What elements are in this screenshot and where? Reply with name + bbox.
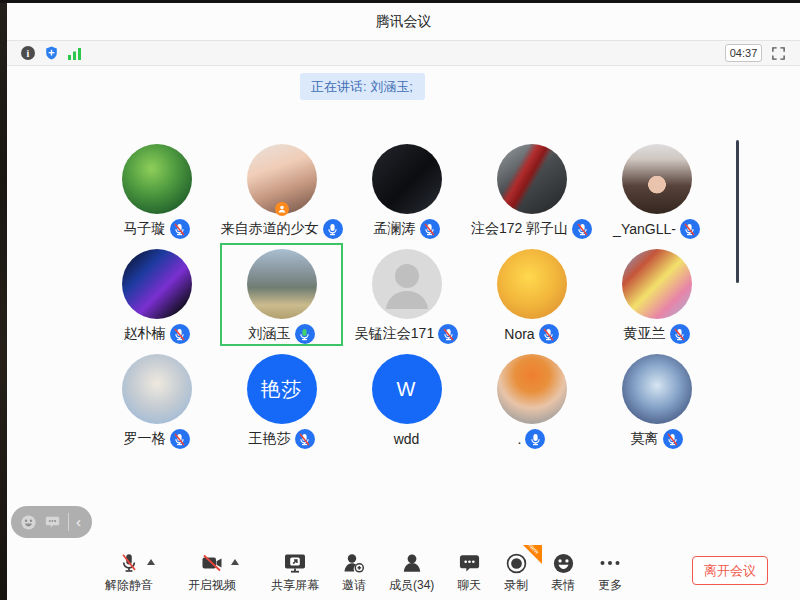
- participant-name: 赵朴楠: [124, 325, 166, 343]
- mic-status-icon: [170, 219, 190, 239]
- participant-name: 刘涵玉: [249, 325, 291, 343]
- participant-name: .: [518, 431, 522, 447]
- participant-name-row: 注会172 郭子山: [471, 218, 592, 240]
- mic-status-icon: [680, 219, 700, 239]
- mic-status-icon: [170, 324, 190, 344]
- participant-tile[interactable]: 吴锰注会171: [344, 242, 469, 347]
- desktop-edge-strip: [0, 0, 7, 600]
- leave-meeting-button[interactable]: 离开会议: [692, 556, 768, 585]
- participant-name: 黄亚兰: [624, 325, 666, 343]
- video-options-caret[interactable]: [231, 559, 239, 565]
- mic-options-caret[interactable]: [147, 559, 155, 565]
- participant-tile[interactable]: 马子璇: [94, 137, 219, 242]
- participant-avatar: [622, 144, 692, 214]
- host-badge-icon: [275, 202, 289, 216]
- members-button[interactable]: 成员(34): [389, 551, 434, 594]
- participant-tile[interactable]: 赵朴楠: [94, 242, 219, 347]
- avatar-initials: 艳莎: [261, 376, 303, 403]
- mic-status-icon: [420, 219, 440, 239]
- participant-name: 马子璇: [124, 220, 166, 238]
- participant-avatar: W: [372, 354, 442, 424]
- participant-name-row: 来自赤道的少女: [221, 218, 343, 240]
- participant-avatar: [372, 249, 442, 319]
- participant-name-row: Nora: [504, 323, 558, 345]
- share-screen-button[interactable]: 共享屏幕: [271, 551, 319, 594]
- participant-tile[interactable]: 罗一格: [94, 347, 219, 452]
- participant-tile[interactable]: .: [469, 347, 594, 452]
- participant-avatar: [122, 354, 192, 424]
- security-shield-icon[interactable]: [44, 45, 59, 61]
- participant-grid: 马子璇: [94, 137, 722, 452]
- participant-name: 来自赤道的少女: [221, 220, 319, 238]
- start-video-button[interactable]: 开启视频: [188, 551, 236, 594]
- participant-tile[interactable]: _YanGLL-: [594, 137, 719, 242]
- participant-name-row: 罗一格: [124, 428, 190, 450]
- emoji-reaction-icon[interactable]: [20, 514, 37, 531]
- participant-avatar: [622, 249, 692, 319]
- members-icon: [400, 551, 424, 575]
- participant-tile[interactable]: 黄亚兰: [594, 242, 719, 347]
- emoji-button[interactable]: 表情: [551, 551, 575, 594]
- participant-tile[interactable]: 注会172 郭子山: [469, 137, 594, 242]
- page-title: 腾讯会议: [376, 13, 432, 31]
- participant-avatar: [372, 144, 442, 214]
- participant-name: 莫离: [631, 430, 659, 448]
- more-button[interactable]: 更多: [598, 551, 622, 594]
- toolbar-items: 解除静音 开启视频: [105, 551, 622, 594]
- mic-status-icon: [295, 324, 315, 344]
- invite-button[interactable]: 邀请: [342, 551, 366, 594]
- participant-name: 吴锰注会171: [355, 325, 434, 343]
- chat-button[interactable]: 聊天: [457, 551, 481, 594]
- participant-name-row: 孟澜涛: [374, 218, 440, 240]
- participant-avatar: [497, 354, 567, 424]
- status-left-group: i: [21, 45, 82, 61]
- participant-name: 王艳莎: [249, 430, 291, 448]
- collapse-chevron-icon[interactable]: ‹: [76, 514, 83, 531]
- more-dots-icon: [598, 551, 622, 575]
- mic-status-icon: [438, 324, 458, 344]
- mic-status-icon: [539, 324, 559, 344]
- mic-status-icon: [663, 429, 683, 449]
- chat-bubble-icon: [458, 552, 481, 575]
- mic-status-icon: [572, 219, 592, 239]
- participant-name: wdd: [394, 431, 420, 447]
- record-button[interactable]: New 录制: [504, 551, 528, 594]
- participant-tile[interactable]: Nora: [469, 242, 594, 347]
- message-icon[interactable]: [44, 514, 61, 530]
- fullscreen-icon[interactable]: [771, 46, 786, 61]
- mic-status-icon: [323, 219, 343, 239]
- mic-status-icon: [525, 429, 545, 449]
- mic-status-icon: [170, 429, 190, 449]
- default-avatar-silhouette-icon: [372, 249, 442, 319]
- participant-name-row: 赵朴楠: [124, 323, 190, 345]
- participant-tile[interactable]: 莫离: [594, 347, 719, 452]
- scrollbar-thumb[interactable]: [736, 140, 739, 283]
- mic-status-icon: [295, 429, 315, 449]
- participant-tile[interactable]: W wdd: [344, 347, 469, 452]
- participant-avatar: [497, 144, 567, 214]
- participant-tile[interactable]: 艳莎 王艳莎: [219, 347, 344, 452]
- window-top-edge: [0, 0, 800, 3]
- participant-tile[interactable]: 孟澜涛: [344, 137, 469, 242]
- participant-avatar: [622, 354, 692, 424]
- tencent-meeting-window: 腾讯会议 i 04:37 正在讲话: 刘涵玉;: [0, 0, 800, 600]
- participant-avatar: [247, 144, 317, 214]
- participant-name-row: 王艳莎: [249, 428, 315, 450]
- floating-reaction-bar: ‹: [11, 506, 92, 538]
- participant-tile[interactable]: 来自赤道的少女: [219, 137, 344, 242]
- mic-status-icon: [670, 324, 690, 344]
- participant-name-row: wdd: [394, 428, 420, 450]
- status-right-group: 04:37: [725, 44, 786, 62]
- share-screen-icon: [283, 551, 307, 575]
- participant-name: 孟澜涛: [374, 220, 416, 238]
- bottom-toolbar: 解除静音 开启视频: [7, 546, 800, 600]
- participant-name-row: .: [518, 428, 546, 450]
- participant-name: _YanGLL-: [613, 221, 676, 237]
- meeting-info-icon[interactable]: i: [21, 46, 35, 60]
- network-signal-icon[interactable]: [68, 47, 82, 60]
- participant-avatar: [122, 144, 192, 214]
- unmute-button[interactable]: 解除静音: [105, 551, 153, 594]
- participant-avatar: [122, 249, 192, 319]
- participant-tile[interactable]: 刘涵玉: [219, 242, 344, 347]
- meeting-timer: 04:37: [725, 44, 762, 62]
